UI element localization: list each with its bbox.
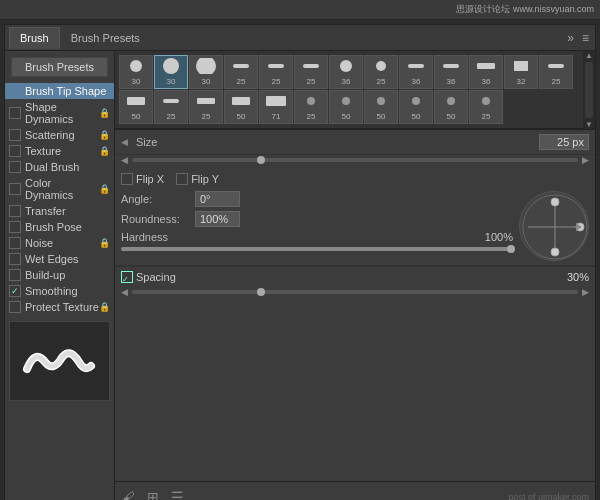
hardness-slider-track[interactable] (121, 247, 513, 251)
angle-value[interactable]: 0° (195, 191, 240, 207)
list-view-icon[interactable]: ☰ (171, 489, 184, 501)
svg-rect-3 (233, 64, 249, 68)
sidebar-item-wet-edges[interactable]: Wet Edges (5, 251, 114, 267)
size-slider-track[interactable] (132, 158, 578, 162)
sidebar-item-protect-texture[interactable]: Protect Texture🔒 (5, 299, 114, 315)
brush-cell[interactable]: 25 (259, 55, 293, 89)
label-transfer: Transfer (25, 205, 110, 217)
brush-cell[interactable]: 25 (364, 55, 398, 89)
brush-cell[interactable]: 50 (399, 90, 433, 124)
spacing-checkbox-label[interactable]: ✓ Spacing (121, 271, 176, 283)
brush-size-num: 25 (237, 77, 246, 86)
brush-cell[interactable]: 50 (434, 90, 468, 124)
svg-point-20 (377, 97, 385, 105)
size-slider-right[interactable]: ▶ (582, 155, 589, 165)
sidebar-item-smoothing[interactable]: ✓Smoothing (5, 283, 114, 299)
brush-cell[interactable]: 50 (119, 90, 153, 124)
checkbox-texture[interactable] (9, 145, 21, 157)
brush-cell[interactable]: 25 (224, 55, 258, 89)
brush-cell[interactable]: 36 (434, 55, 468, 89)
scroll-down[interactable]: ▼ (583, 120, 595, 129)
checkbox-brush-pose[interactable] (9, 221, 21, 233)
sidebar-item-noise[interactable]: Noise🔒 (5, 235, 114, 251)
lock-color-dynamics: 🔒 (99, 184, 110, 194)
menu-icon[interactable]: ≡ (580, 29, 591, 47)
spacing-right-arrow[interactable]: ▶ (582, 287, 589, 297)
brush-size-num: 25 (167, 112, 176, 121)
brush-size-num: 50 (342, 112, 351, 121)
brush-size-num: 25 (307, 77, 316, 86)
sidebar-item-texture[interactable]: Texture🔒 (5, 143, 114, 159)
brush-cell[interactable]: 30 (154, 55, 188, 89)
checkbox-shape-dynamics[interactable] (9, 107, 21, 119)
brush-cell[interactable]: 30 (119, 55, 153, 89)
grid-view-icon[interactable]: ⊞ (147, 489, 159, 501)
spacing-slider-track[interactable] (132, 290, 578, 294)
size-slider-left[interactable]: ◀ (121, 155, 128, 165)
brush-size-num: 25 (272, 77, 281, 86)
brush-shape (336, 93, 356, 111)
tab-brush-presets[interactable]: Brush Presets (60, 27, 151, 49)
flip-x-checkbox[interactable] (121, 173, 133, 185)
sidebar-item-brush-pose[interactable]: Brush Pose (5, 219, 114, 235)
brush-cell[interactable]: 36 (329, 55, 363, 89)
size-slider-arrows: ◀ (121, 137, 128, 147)
size-left-arrow[interactable]: ◀ (121, 137, 128, 147)
checkbox-noise[interactable] (9, 237, 21, 249)
sidebar: Brush Presets Brush Tip ShapeShape Dynam… (5, 51, 115, 500)
brush-shape (511, 58, 531, 76)
flip-y-checkbox[interactable] (176, 173, 188, 185)
roundness-value[interactable]: 100% (195, 211, 240, 227)
brush-cell[interactable]: 25 (469, 90, 503, 124)
brush-presets-button[interactable]: Brush Presets (11, 57, 108, 77)
size-slider-thumb[interactable] (257, 156, 265, 164)
forward-icon[interactable]: » (565, 29, 576, 47)
brush-cell[interactable]: 25 (294, 90, 328, 124)
sidebar-item-scattering[interactable]: Scattering🔒 (5, 127, 114, 143)
svg-point-29 (551, 248, 559, 256)
hardness-slider-row (121, 247, 513, 251)
sidebar-item-color-dynamics[interactable]: Color Dynamics🔒 (5, 175, 114, 203)
angle-controls: Angle: 0° Roundness: 100% Hardness 100% (121, 191, 513, 261)
svg-point-19 (342, 97, 350, 105)
flip-y-label[interactable]: Flip Y (176, 173, 219, 185)
brush-cell[interactable]: 50 (329, 90, 363, 124)
hardness-slider-thumb[interactable] (507, 245, 515, 253)
checkbox-scattering[interactable] (9, 129, 21, 141)
brush-cell[interactable]: 36 (399, 55, 433, 89)
brush-icon[interactable]: 🖌 (121, 489, 135, 501)
spacing-slider-thumb[interactable] (257, 288, 265, 296)
brush-cell[interactable]: 50 (364, 90, 398, 124)
tab-brush[interactable]: Brush (9, 27, 60, 49)
sidebar-item-brush-tip-shape[interactable]: Brush Tip Shape (5, 83, 114, 99)
spacing-checkbox[interactable]: ✓ (121, 271, 133, 283)
brush-cell[interactable]: 32 (504, 55, 538, 89)
sidebar-item-shape-dynamics[interactable]: Shape Dynamics🔒 (5, 99, 114, 127)
brush-cell[interactable]: 50 (224, 90, 258, 124)
brush-cell[interactable]: 25 (294, 55, 328, 89)
brush-preview-area (9, 321, 110, 401)
sidebar-item-build-up[interactable]: Build-up (5, 267, 114, 283)
lock-shape-dynamics: 🔒 (99, 108, 110, 118)
checkbox-color-dynamics[interactable] (9, 183, 21, 195)
checkbox-smoothing[interactable]: ✓ (9, 285, 21, 297)
checkbox-wet-edges[interactable] (9, 253, 21, 265)
svg-rect-14 (163, 99, 179, 103)
checkbox-protect-texture[interactable] (9, 301, 21, 313)
checkbox-dual-brush[interactable] (9, 161, 21, 173)
angle-dial[interactable] (519, 191, 589, 261)
sidebar-item-dual-brush[interactable]: Dual Brush (5, 159, 114, 175)
brush-cell[interactable]: 25 (154, 90, 188, 124)
spacing-left-arrow[interactable]: ◀ (121, 287, 128, 297)
brush-cell[interactable]: 25 (189, 90, 223, 124)
brush-cell[interactable]: 71 (259, 90, 293, 124)
flip-x-label[interactable]: Flip X (121, 173, 164, 185)
brush-cell[interactable]: 25 (539, 55, 573, 89)
grid-scrollbar[interactable]: ▲ ▼ (583, 51, 595, 129)
brush-cell[interactable]: 30 (189, 55, 223, 89)
scroll-up[interactable]: ▲ (583, 51, 595, 60)
brush-cell[interactable]: 36 (469, 55, 503, 89)
sidebar-item-transfer[interactable]: Transfer (5, 203, 114, 219)
checkbox-build-up[interactable] (9, 269, 21, 281)
checkbox-transfer[interactable] (9, 205, 21, 217)
